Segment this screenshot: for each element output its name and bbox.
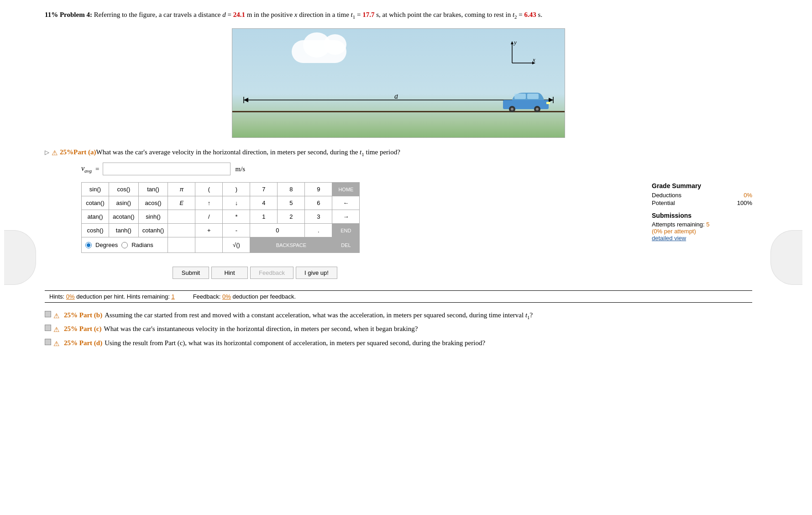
part-a-section: ▷ ⚠ 25% Part (a) What was the car's aver… — [45, 147, 752, 350]
part-d-question: Using the result from Part (c), what was… — [105, 337, 485, 349]
num6-btn[interactable]: 6 — [305, 196, 332, 210]
left-bubble — [4, 230, 36, 285]
dot-btn[interactable]: . — [305, 224, 332, 237]
potential-row: Potential 100% — [652, 200, 752, 206]
hints-suffix: deduction per hint. Hints remaining: — [76, 293, 170, 300]
svg-rect-14 — [527, 94, 539, 99]
sin-btn[interactable]: sin() — [82, 183, 109, 196]
home-btn[interactable]: HOME — [332, 183, 360, 196]
action-buttons: Submit Hint Feedback I give up! — [173, 267, 643, 279]
part-c-row: ⚠ 25% Part (c) What was the car's instan… — [45, 323, 752, 336]
detailed-view-row: detailed view — [652, 235, 752, 242]
part-a-name: Part (a) — [73, 147, 96, 158]
end-btn[interactable]: END — [332, 224, 360, 237]
give-up-button[interactable]: I give up! — [296, 267, 337, 279]
main-content: 11% Problem 4: Referring to the figure, … — [40, 0, 761, 515]
acos-btn[interactable]: acos() — [138, 196, 168, 210]
hints-prefix: Hints: — [49, 293, 64, 300]
deductions-value: 0% — [744, 192, 752, 199]
multiply-btn[interactable]: * — [223, 210, 250, 224]
var-label-a: vavg — [81, 164, 92, 173]
num1-btn[interactable]: 1 — [250, 210, 278, 224]
per-attempt-label: (0% per attempt) — [652, 228, 696, 235]
num2-btn[interactable]: 2 — [278, 210, 305, 224]
svg-rect-13 — [514, 94, 526, 99]
calc-left: sin() cos() tan() π ( ) 7 8 9 HOME — [81, 182, 643, 284]
svg-text:d: d — [394, 95, 398, 100]
deductions-label: Deductions — [652, 192, 681, 199]
attempts-row: Attempts remaining: 5 — [652, 221, 752, 228]
feedback-button[interactable]: Feedback — [250, 267, 293, 279]
keypad-table: sin() cos() tan() π ( ) 7 8 9 HOME — [81, 182, 360, 267]
sinh-btn[interactable]: sinh() — [138, 210, 168, 224]
blank1-btn — [168, 210, 195, 224]
num0-btn[interactable]: 0 — [250, 224, 305, 237]
sqrt-btn[interactable]: √() — [223, 237, 250, 253]
part-b-row: ⚠ 25% Part (b) Assuming the car started … — [45, 310, 752, 322]
part-b-label: 25% Part (b) — [64, 310, 102, 321]
cosh-btn[interactable]: cosh() — [82, 224, 109, 237]
radians-label: Radians — [131, 242, 153, 248]
feedback-prefix: Feedback: — [193, 293, 221, 300]
atan-btn[interactable]: atan() — [82, 210, 109, 224]
expand-arrow-a[interactable]: ▷ — [45, 148, 49, 157]
axis-svg: y x — [508, 38, 537, 68]
cos-btn[interactable]: cos() — [109, 183, 139, 196]
cotan-btn[interactable]: cotan() — [82, 196, 109, 210]
t2-value: 6.43 — [524, 11, 536, 18]
hints-feedback-bar: Hints: 0% deduction per hint. Hints rema… — [45, 290, 752, 303]
right-btn[interactable]: → — [332, 210, 360, 224]
part-d-row: ⚠ 25% Part (d) Using the result from Par… — [45, 337, 752, 350]
num7-btn[interactable]: 7 — [250, 183, 278, 196]
axis-diagram: y x — [508, 38, 537, 68]
left-btn[interactable]: ← — [332, 196, 360, 210]
problem-label: Problem 4: — [60, 11, 94, 18]
acotan-btn[interactable]: acotan() — [109, 210, 139, 224]
detailed-view-link[interactable]: detailed view — [652, 235, 686, 242]
submit-button[interactable]: Submit — [173, 267, 209, 279]
part-d-label: 25% Part (d) — [64, 337, 102, 349]
tan-btn[interactable]: tan() — [138, 183, 168, 196]
warning-icon-b: ⚠ — [53, 310, 59, 322]
d-variable: d — [222, 11, 226, 18]
num9-btn[interactable]: 9 — [305, 183, 332, 196]
num5-btn[interactable]: 5 — [278, 196, 305, 210]
open-paren-btn[interactable]: ( — [195, 183, 223, 196]
num4-btn[interactable]: 4 — [250, 196, 278, 210]
degrees-radio[interactable] — [85, 242, 92, 248]
cotanh-btn[interactable]: cotanh() — [138, 224, 168, 237]
pi-btn[interactable]: π — [168, 183, 195, 196]
divide-btn[interactable]: / — [195, 210, 223, 224]
car-svg — [501, 87, 551, 112]
num8-btn[interactable]: 8 — [278, 183, 305, 196]
plus-btn[interactable]: + — [195, 224, 223, 237]
problem-text-before: Referring to the figure, a car travels a… — [94, 11, 223, 18]
del-btn[interactable]: DEL — [332, 237, 360, 253]
attempts-value: 5 — [706, 221, 709, 228]
warning-icon-a: ⚠ — [52, 148, 58, 158]
minus-btn[interactable]: - — [223, 224, 250, 237]
feedback-percent: 0% — [222, 293, 231, 300]
svg-text:y: y — [513, 39, 517, 46]
up-btn[interactable]: ↑ — [195, 196, 223, 210]
cloud-puff2 — [324, 34, 346, 55]
e-btn[interactable]: E — [168, 196, 195, 210]
down-btn[interactable]: ↓ — [223, 196, 250, 210]
answer-row-a: vavg = m/s — [81, 163, 752, 175]
tanh-btn[interactable]: tanh() — [109, 224, 139, 237]
blank2-btn — [168, 224, 195, 237]
grade-summary-title: Grade Summary — [652, 182, 752, 189]
close-paren-btn[interactable]: ) — [223, 183, 250, 196]
hints-remaining: 1 — [171, 293, 174, 300]
radians-radio[interactable] — [121, 242, 128, 248]
num3-btn[interactable]: 3 — [305, 210, 332, 224]
car-figure — [501, 87, 551, 112]
answer-input-a[interactable] — [103, 163, 231, 175]
asin-btn[interactable]: asin() — [109, 196, 139, 210]
part-c-question: What was the car's instantaneous velocit… — [104, 323, 418, 335]
hint-button[interactable]: Hint — [211, 267, 248, 279]
backspace-btn[interactable]: BACKSPACE — [250, 237, 332, 253]
svg-text:x: x — [532, 56, 535, 63]
part-a-question: What was the car's average velocity in t… — [96, 147, 400, 158]
hints-section: Hints: 0% deduction per hint. Hints rema… — [49, 293, 175, 300]
